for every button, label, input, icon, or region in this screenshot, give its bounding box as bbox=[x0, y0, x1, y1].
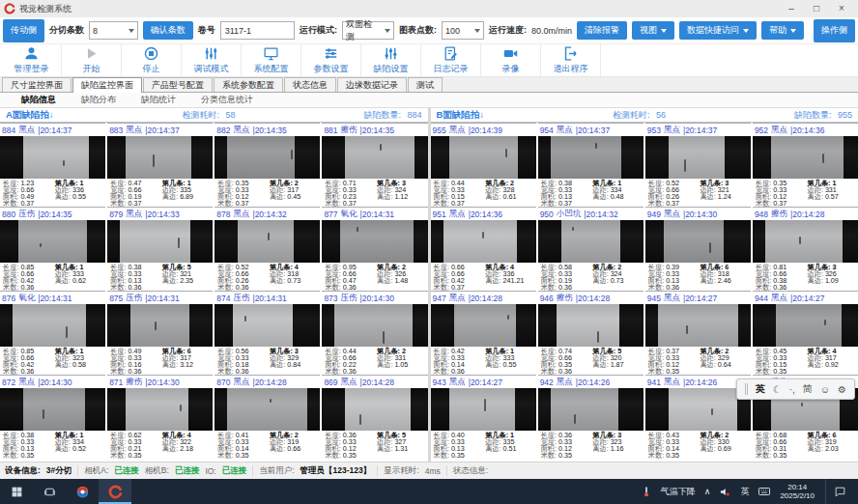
defect-cell[interactable]: 882 黑点 |20:14:35 长度: 0.35 宽度: 0.33 面积: 0… bbox=[214, 123, 320, 207]
defect-image[interactable] bbox=[0, 304, 105, 347]
defect-cell[interactable]: 877 氧化 |20:14:31 长度: 0.95 宽度: 0.66 面积: 0… bbox=[322, 207, 427, 291]
defect-cell[interactable]: 875 压伤 |20:14:31 长度: 0.49 宽度: 0.33 面积: 0… bbox=[107, 291, 213, 375]
defect-cell[interactable]: 953 黑点 |20:14:37 长度: 0.52 宽度: 0.66 面积: 0… bbox=[645, 123, 751, 207]
drive-side-button[interactable]: 传动侧 bbox=[3, 19, 44, 42]
defect-image[interactable] bbox=[431, 304, 536, 347]
defect-image[interactable] bbox=[0, 388, 105, 431]
defect-image[interactable] bbox=[431, 220, 536, 263]
roll-no-input[interactable]: 3117-1 bbox=[220, 21, 295, 40]
tab-product-config[interactable]: 产品型号配置 bbox=[143, 77, 213, 92]
defect-cell[interactable]: 872 黑点 |20:14:30 长度: 0.38 宽度: 0.33 面积: 0… bbox=[0, 375, 105, 459]
defect-cell[interactable]: 947 黑点 |20:14:28 长度: 0.42 宽度: 0.33 面积: 0… bbox=[431, 291, 536, 375]
defect-image[interactable] bbox=[538, 220, 644, 263]
tab-edge-data-record[interactable]: 边缘数据记录 bbox=[337, 77, 407, 92]
defect-cell[interactable]: 950 小凹坑 |20:14:32 长度: 0.58 宽度: 0.33 面积: … bbox=[538, 207, 644, 291]
defect-cell[interactable]: 945 黑点 |20:14:27 长度: 0.37 宽度: 0.33 面积: 0… bbox=[645, 291, 751, 375]
tab-defect-monitor[interactable]: 缺陷监控界面 bbox=[72, 77, 142, 93]
punctuation-icon[interactable]: ·, bbox=[789, 384, 795, 395]
slit-count-select[interactable]: 8 bbox=[89, 21, 138, 40]
defect-cell[interactable]: 955 黑点 |20:14:39 长度: 0.44 宽度: 0.33 面积: 0… bbox=[431, 123, 536, 207]
defect-image[interactable] bbox=[753, 220, 858, 263]
defect-image[interactable] bbox=[645, 220, 751, 263]
defect-cell[interactable]: 949 黑点 |20:14:30 长度: 0.39 宽度: 0.33 面积: 0… bbox=[645, 207, 751, 291]
subtab-defect-info[interactable]: 缺陷信息 bbox=[10, 93, 68, 107]
defect-image[interactable] bbox=[322, 304, 427, 347]
subtab-defect-distribution[interactable]: 缺陷分布 bbox=[70, 93, 128, 107]
start-menu-button[interactable] bbox=[0, 479, 33, 504]
confirm-count-button[interactable]: 确认条数 bbox=[143, 21, 193, 40]
emoji-icon[interactable]: ☺ bbox=[820, 384, 830, 395]
defect-cell[interactable]: 874 压伤 |20:14:31 长度: 0.56 宽度: 0.33 面积: 0… bbox=[214, 291, 320, 375]
defect-cell[interactable]: 873 压伤 |20:14:30 长度: 0.44 宽度: 0.66 面积: 0… bbox=[322, 291, 427, 375]
taskbar-clock[interactable]: 20:14 2025/2/10 bbox=[780, 483, 815, 500]
run-mode-select[interactable]: 双面检测 bbox=[342, 21, 394, 40]
defect-image[interactable] bbox=[107, 304, 213, 347]
simplified-chinese-button[interactable]: 简 bbox=[803, 382, 813, 396]
defect-image[interactable] bbox=[107, 136, 213, 179]
view-menu-button[interactable]: 视图 bbox=[632, 21, 674, 40]
gear-icon[interactable]: ⚙ bbox=[838, 384, 846, 395]
defect-image[interactable] bbox=[322, 220, 427, 263]
operator-side-button[interactable]: 操作侧 bbox=[814, 19, 855, 42]
defect-cell[interactable]: 944 黑点 |20:14:27 长度: 0.45 宽度: 0.33 面积: 0… bbox=[753, 291, 858, 375]
defect-cell[interactable]: 879 黑点 |20:14:33 长度: 0.38 宽度: 0.33 面积: 0… bbox=[107, 207, 213, 291]
defect-cell[interactable]: 881 擦伤 |20:14:35 长度: 0.71 宽度: 0.33 面积: 0… bbox=[322, 123, 427, 207]
ime-mode-button[interactable]: 英 bbox=[756, 382, 765, 396]
debug-mode-button[interactable]: 调试模式 bbox=[182, 44, 242, 76]
defect-cell[interactable]: 941 黑点 |20:14:26 长度: 0.43 宽度: 0.33 面积: 0… bbox=[645, 375, 751, 459]
minimize-button[interactable]: – bbox=[779, 0, 804, 17]
defect-cell[interactable]: 878 黑点 |20:14:32 长度: 0.52 宽度: 0.66 面积: 0… bbox=[214, 207, 320, 291]
defect-cell[interactable]: 869 黑点 |20:14:28 长度: 0.36 宽度: 0.33 面积: 0… bbox=[322, 375, 427, 459]
log-record-button[interactable]: 日志记录 bbox=[421, 44, 481, 76]
defect-image[interactable] bbox=[214, 220, 320, 263]
chart-points-select[interactable]: 100 bbox=[442, 21, 484, 40]
keyboard-icon[interactable] bbox=[758, 485, 771, 498]
defect-settings-button[interactable]: 缺陷设置 bbox=[361, 44, 421, 76]
start-button[interactable]: 开始 bbox=[62, 44, 122, 76]
subtab-class-info-stats[interactable]: 分类信息统计 bbox=[189, 93, 265, 107]
param-settings-button[interactable]: 参数设置 bbox=[301, 44, 361, 76]
subtab-defect-stats[interactable]: 缺陷统计 bbox=[129, 93, 187, 107]
tab-size-monitor[interactable]: 尺寸监控界面 bbox=[2, 77, 72, 92]
defect-cell[interactable]: 876 氧化 |20:14:31 长度: 0.85 宽度: 0.66 面积: 0… bbox=[0, 291, 105, 375]
defect-cell[interactable]: 948 擦伤 |20:14:28 长度: 0.81 宽度: 0.66 面积: 0… bbox=[753, 207, 858, 291]
defect-image[interactable] bbox=[645, 136, 751, 179]
defect-image[interactable] bbox=[107, 388, 213, 431]
ime-language-indicator[interactable]: 英 bbox=[740, 486, 749, 498]
tab-test[interactable]: 测试 bbox=[408, 77, 443, 92]
defect-cell[interactable]: 870 黑点 |20:14:28 长度: 0.41 宽度: 0.33 面积: 0… bbox=[214, 375, 320, 459]
defect-image[interactable] bbox=[0, 136, 105, 179]
taskbar-app-browser[interactable] bbox=[66, 479, 99, 504]
defect-image[interactable] bbox=[322, 388, 427, 431]
defect-cell[interactable]: 883 黑点 |20:14:37 长度: 0.47 宽度: 0.66 面积: 0… bbox=[107, 123, 213, 207]
defect-cell[interactable]: 942 黑点 |20:14:26 长度: 0.36 宽度: 0.33 面积: 0… bbox=[538, 375, 644, 459]
defect-image[interactable] bbox=[538, 388, 644, 431]
video-record-button[interactable]: 录像 bbox=[481, 44, 541, 76]
tray-expand-chevron-icon[interactable]: ∧ bbox=[704, 487, 711, 496]
fullhalf-moon-icon[interactable]: ☾ bbox=[773, 384, 782, 395]
admin-login-button[interactable]: 管理登录 bbox=[2, 44, 62, 76]
weather-ticker[interactable]: 气温下降 bbox=[661, 486, 696, 498]
drag-handle[interactable] bbox=[745, 383, 748, 395]
defect-image[interactable] bbox=[645, 304, 751, 347]
defect-image[interactable] bbox=[107, 220, 213, 263]
stop-button[interactable]: 停止 bbox=[122, 44, 182, 76]
close-button[interactable]: × bbox=[829, 0, 854, 17]
defect-cell[interactable]: 952 黑点 |20:14:36 长度: 0.35 宽度: 0.33 面积: 0… bbox=[753, 123, 858, 207]
defect-image[interactable] bbox=[322, 136, 427, 179]
defect-image[interactable] bbox=[645, 388, 751, 431]
defect-cell[interactable]: 943 黑点 |20:14:27 长度: 0.40 宽度: 0.33 面积: 0… bbox=[431, 375, 536, 459]
taskbar-app-vision-system[interactable] bbox=[99, 479, 131, 504]
tab-system-params[interactable]: 系统参数配置 bbox=[214, 77, 283, 92]
maximize-button[interactable]: □ bbox=[804, 0, 829, 17]
defect-cell[interactable]: 880 压伤 |20:14:35 长度: 0.85 宽度: 0.66 面积: 0… bbox=[0, 207, 105, 291]
defect-image[interactable] bbox=[214, 388, 320, 431]
system-config-button[interactable]: 系统配置 bbox=[242, 44, 301, 76]
defect-image[interactable] bbox=[753, 136, 858, 179]
defect-image[interactable] bbox=[214, 304, 320, 347]
action-center-button[interactable] bbox=[825, 479, 854, 504]
defect-cell[interactable]: 954 黑点 |20:14:37 长度: 0.38 宽度: 0.33 面积: 0… bbox=[538, 123, 644, 207]
tab-status-info[interactable]: 状态信息 bbox=[284, 77, 336, 92]
defect-image[interactable] bbox=[0, 220, 105, 263]
speaker-muted-icon[interactable] bbox=[719, 486, 731, 498]
